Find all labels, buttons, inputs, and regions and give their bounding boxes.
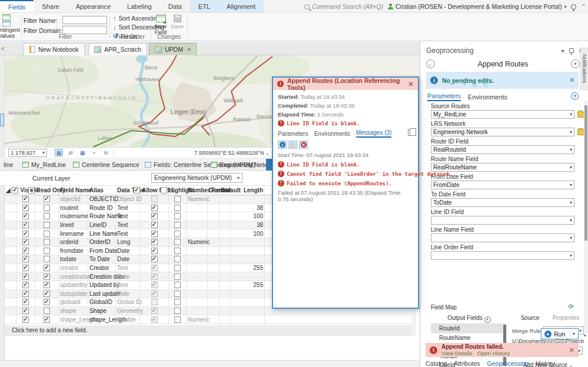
highlight-checkbox[interactable] [174, 231, 181, 237]
select-tool-icon[interactable]: ▦ [55, 149, 63, 156]
visible-checkbox[interactable] [22, 205, 29, 211]
cell-alias[interactable]: Last update [88, 290, 116, 298]
cell-domain[interactable] [208, 281, 220, 289]
cell-field-name[interactable]: lastupdate [59, 290, 88, 298]
cell-field-name[interactable]: shape [59, 307, 88, 315]
crosshair-tool-icon[interactable]: + [90, 149, 98, 156]
highlight-checkbox[interactable] [174, 282, 181, 288]
highlight-checkbox[interactable] [174, 316, 181, 323]
parameter-select[interactable]: ▾ [431, 251, 574, 260]
highlight-checkbox[interactable] [174, 239, 181, 245]
left-dock-tab[interactable] [0, 114, 4, 126]
row-gutter[interactable] [5, 229, 16, 238]
ribbon-tab-labeling[interactable]: Labeling [119, 0, 160, 12]
cell-domain[interactable] [208, 272, 220, 281]
allow-null-checkbox[interactable] [151, 308, 158, 314]
info-filter-button[interactable]: i [278, 141, 287, 149]
allow-null-checkbox[interactable] [151, 291, 158, 297]
visible-checkbox[interactable] [22, 248, 29, 254]
cell-length[interactable] [231, 255, 265, 263]
cell-number-format[interactable] [187, 212, 208, 221]
cell-domain[interactable] [208, 255, 220, 263]
scroll-down-icon[interactable]: ▾ [584, 333, 586, 338]
cell-data-type[interactable]: Text [116, 212, 140, 221]
cell-data-type[interactable]: Double [116, 315, 140, 323]
cell-number-format[interactable] [187, 255, 208, 263]
cell-number-format[interactable]: Numeric [187, 238, 208, 246]
allow-null-checkbox[interactable] [151, 299, 158, 305]
cell-alias[interactable]: shape_Length [88, 315, 116, 323]
cell-data-type[interactable]: Date [116, 255, 140, 263]
highlight-checkbox[interactable] [174, 265, 181, 271]
row-gutter[interactable] [5, 298, 16, 306]
cell-field-name[interactable]: lineid [59, 221, 88, 229]
cell-alias[interactable]: Creation date [88, 272, 116, 281]
allow-null-checkbox[interactable] [151, 316, 158, 323]
view-tab-my-redline[interactable]: My_RedLine [19, 159, 68, 171]
parameter-select[interactable]: ▾ [431, 233, 574, 242]
row-gutter[interactable] [5, 281, 16, 289]
error-filter-button[interactable]: ✕ [299, 141, 308, 149]
cell-default[interactable] [220, 195, 231, 203]
allow-null-checkbox[interactable] [151, 196, 158, 202]
cell-alias[interactable]: Shape [88, 307, 116, 315]
visible-checkbox[interactable] [22, 273, 29, 280]
cell-field-name[interactable]: creator [59, 264, 88, 272]
cell-length[interactable]: 100 [231, 212, 265, 221]
column-read-only[interactable]: Read Only [35, 186, 59, 195]
allow-null-checkbox[interactable] [151, 282, 158, 288]
cell-number-format[interactable]: Numeric [187, 315, 208, 323]
notifications-bell-icon[interactable] [571, 4, 576, 9]
flicker-tool-icon[interactable]: ⇄ [67, 149, 75, 156]
notifications-dock-tab[interactable]: Notifications [580, 48, 588, 90]
read-only-checkbox[interactable] [44, 222, 50, 228]
visible-checkbox[interactable] [22, 239, 29, 245]
ribbon-tab-share[interactable]: Share [34, 0, 67, 12]
command-search[interactable]: Command Search (Alt+Q) [304, 3, 383, 10]
cell-default[interactable] [220, 298, 231, 306]
visible-checkbox[interactable] [22, 282, 29, 288]
header-checkbox[interactable] [28, 187, 35, 193]
filter-domain-input[interactable] [62, 26, 107, 34]
cell-domain[interactable] [208, 238, 220, 246]
cell-field-name[interactable]: routeid [59, 204, 88, 212]
cell-length[interactable]: 38 [231, 221, 265, 229]
cell-number-format[interactable] [187, 307, 208, 315]
row-gutter[interactable] [5, 315, 16, 323]
allow-null-checkbox[interactable] [151, 213, 158, 219]
open-history-link[interactable]: Open History [477, 350, 510, 356]
column-length[interactable]: Length [231, 186, 265, 195]
cell-alias[interactable]: LineID [88, 221, 116, 229]
row-gutter[interactable] [5, 195, 16, 203]
row-gutter[interactable] [5, 247, 16, 255]
dialog-close-icon[interactable]: ✕ [408, 80, 414, 88]
read-only-checkbox[interactable] [44, 213, 50, 219]
view-tab-centerline-sequence[interactable]: Centerline Sequence [69, 159, 139, 171]
view-details-link[interactable]: View Details [441, 350, 472, 356]
help-icon[interactable]: ? [571, 92, 579, 100]
cell-data-type[interactable]: Date [116, 247, 140, 255]
pane-tab-attributes[interactable]: Attributes [454, 360, 480, 367]
cell-data-type[interactable]: Text [116, 221, 140, 229]
cell-domain[interactable] [208, 247, 220, 255]
cell-domain[interactable] [208, 307, 220, 315]
scrollbar-thumb[interactable] [584, 105, 587, 241]
allow-null-checkbox[interactable] [151, 265, 158, 271]
output-field-item[interactable]: RouteId [431, 324, 503, 333]
allow-null-checkbox[interactable] [151, 273, 158, 280]
cell-default[interactable] [220, 221, 231, 229]
cell-default[interactable] [220, 247, 231, 255]
map-scale-select[interactable]: 1:178,927▾ [8, 149, 47, 157]
doc-tab-new-notebook[interactable]: New Notebook [24, 43, 85, 55]
cell-length[interactable] [231, 238, 265, 246]
read-only-checkbox[interactable] [44, 256, 50, 262]
ribbon-tab-alignment[interactable]: Alignment [218, 0, 264, 12]
read-only-checkbox[interactable] [44, 231, 50, 237]
contingent-values-button[interactable]: Contingent Values [0, 14, 20, 40]
pane-tab-geoprocessing[interactable]: Geoprocessing [487, 360, 529, 367]
cell-domain[interactable] [208, 264, 220, 272]
visible-checkbox[interactable] [22, 196, 29, 202]
highlight-checkbox[interactable] [174, 291, 181, 297]
cell-domain[interactable] [208, 229, 220, 238]
dialog-tab-messages-3-[interactable]: Messages (3) [356, 129, 392, 138]
